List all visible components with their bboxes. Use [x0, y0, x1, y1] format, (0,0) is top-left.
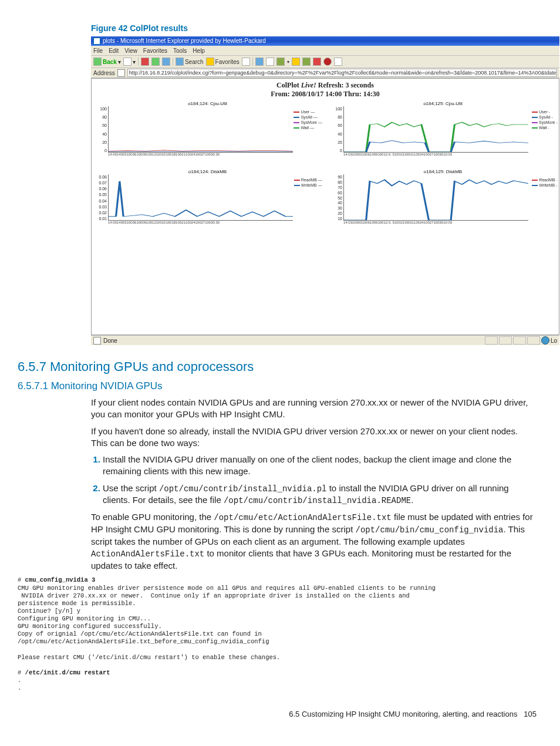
stop-icon[interactable]	[141, 58, 149, 66]
section-heading: 6.5.7 Monitoring GPUs and coprocessors	[18, 359, 542, 374]
ie-statusbar: Done Lo	[91, 335, 559, 345]
menu-view[interactable]: View	[124, 48, 137, 54]
favorites-icon	[206, 58, 214, 66]
folder-icon[interactable]	[292, 58, 300, 66]
charts-row-1: o184;124: Cpu-Util 100806040200 14:001	[93, 101, 558, 167]
terminal-output: # cmu_config_nvidia 3 CMU GPU monitoring…	[18, 576, 542, 692]
chart-disk-right: o184;125: DiskMB 908070605040302010 14:0…	[328, 169, 558, 234]
list-item: Use the script /opt/cmu/contrib/install_…	[103, 482, 537, 507]
red-icon[interactable]	[313, 58, 321, 66]
figure-caption: Figure 42 ColPlot results	[91, 23, 542, 33]
ie-title-text: plots - Microsoft Internet Explorer prov…	[103, 36, 266, 46]
chart-cpu-left-svg	[109, 106, 293, 152]
list-item: Install the NVIDIA GPU driver manually o…	[103, 454, 537, 478]
mail-icon[interactable]	[255, 58, 264, 66]
favorites-button[interactable]: Favorites	[206, 58, 239, 66]
back-button[interactable]: Back ▾	[93, 58, 121, 66]
globe-icon	[541, 336, 549, 345]
chart-disk-right-svg	[344, 174, 528, 220]
install-steps: Install the NVIDIA GPU driver manually o…	[91, 454, 537, 507]
menu-favorites[interactable]: Favorites	[143, 48, 167, 54]
note-icon[interactable]	[302, 58, 311, 66]
search-icon	[176, 58, 184, 66]
refresh-icon[interactable]	[151, 58, 160, 66]
back-icon	[93, 58, 102, 66]
chart-cpu-right: o184;125: Cpu-Util 100806040200 14:031	[328, 101, 558, 166]
gear-icon[interactable]	[334, 58, 342, 66]
print-icon[interactable]	[266, 58, 274, 66]
paragraph-2: If you haven't done so already, install …	[91, 426, 537, 450]
chart-cpu-right-svg	[344, 106, 528, 152]
ie-content: ColPlot Live! Refresh: 3 seconds From: 2…	[91, 78, 559, 335]
status-done: Done	[103, 337, 117, 344]
ie-menubar: File Edit View Favorites Tools Help	[91, 46, 559, 56]
info-icon[interactable]	[323, 58, 332, 66]
menu-help[interactable]: Help	[193, 48, 205, 54]
page-icon	[117, 69, 125, 77]
menu-edit[interactable]: Edit	[109, 48, 119, 54]
menu-tools[interactable]: Tools	[173, 48, 187, 54]
paragraph-3: To enable GPU monitoring, the /opt/cmu/e…	[91, 511, 537, 572]
ie-app-icon	[93, 38, 100, 45]
screenshot-frame: plots - Microsoft Internet Explorer prov…	[91, 36, 559, 345]
charts-row-2: o184;124: DiskMB 0.080.070.060.050.040.0…	[93, 169, 558, 235]
paragraph-1: If your client nodes contain NVIDIA GPUs…	[91, 397, 537, 421]
ie-window: plots - Microsoft Internet Explorer prov…	[91, 36, 559, 345]
colplot-header: ColPlot Live! Refresh: 3 seconds From: 2…	[93, 81, 558, 99]
forward-icon	[123, 58, 131, 66]
menu-file[interactable]: File	[93, 48, 103, 54]
ie-addressbar: Address http://16.16.8.219/colplot/index…	[91, 68, 559, 78]
home-icon[interactable]	[162, 58, 170, 66]
chart-disk-left: o184;124: DiskMB 0.080.070.060.050.040.0…	[93, 169, 322, 234]
address-label: Address	[93, 70, 115, 76]
chart-cpu-left: o184;124: Cpu-Util 100806040200 14:001	[93, 101, 322, 166]
forward-button[interactable]: ▾	[123, 58, 136, 66]
body-text: If your client nodes contain NVIDIA GPUs…	[91, 397, 537, 572]
search-button[interactable]: Search	[176, 58, 204, 66]
address-input[interactable]: http://16.16.8.219/colplot/index.cgi?for…	[127, 69, 557, 77]
word-icon[interactable]	[276, 58, 285, 66]
chart-disk-left-svg	[109, 174, 293, 220]
status-page-icon	[93, 337, 101, 345]
status-right-text: Lo	[551, 337, 557, 344]
ie-toolbar: Back ▾ ▾ Search Favorites ▾	[91, 56, 559, 68]
history-icon[interactable]	[242, 58, 250, 66]
ie-titlebar: plots - Microsoft Internet Explorer prov…	[91, 36, 559, 46]
subsection-heading: 6.5.7.1 Monitoring NVIDIA GPUs	[18, 380, 542, 392]
page-footer: 6.5 Customizing HP Insight CMU monitorin…	[18, 710, 537, 718]
